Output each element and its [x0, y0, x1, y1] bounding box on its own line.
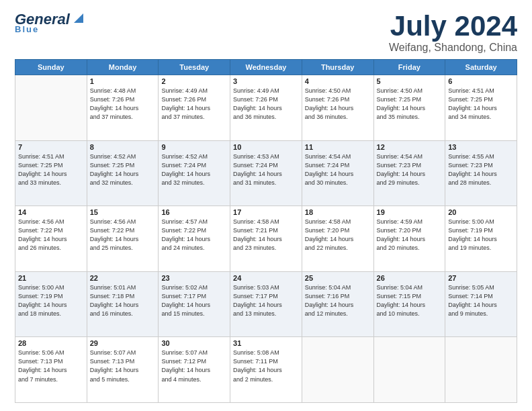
calendar-cell: 17Sunrise: 4:58 AM Sunset: 7:21 PM Dayli… — [230, 206, 302, 272]
cell-date-number: 20 — [448, 208, 514, 216]
cell-info-text: Sunrise: 5:00 AM Sunset: 7:19 PM Dayligh… — [448, 218, 514, 253]
calendar-cell: 23Sunrise: 5:02 AM Sunset: 7:17 PM Dayli… — [159, 271, 230, 337]
calendar-cell: 22Sunrise: 5:01 AM Sunset: 7:18 PM Dayli… — [87, 271, 159, 337]
calendar-cell: 11Sunrise: 4:54 AM Sunset: 7:24 PM Dayli… — [302, 140, 373, 206]
cell-date-number: 11 — [305, 143, 371, 151]
cell-info-text: Sunrise: 4:51 AM Sunset: 7:25 PM Dayligh… — [448, 87, 514, 122]
cell-info-text: Sunrise: 5:01 AM Sunset: 7:18 PM Dayligh… — [90, 283, 156, 318]
cell-info-text: Sunrise: 5:04 AM Sunset: 7:16 PM Dayligh… — [305, 283, 371, 318]
cell-date-number: 7 — [18, 143, 84, 151]
cell-info-text: Sunrise: 4:51 AM Sunset: 7:25 PM Dayligh… — [18, 152, 84, 187]
calendar-cell: 20Sunrise: 5:00 AM Sunset: 7:19 PM Dayli… — [445, 206, 517, 272]
cell-date-number: 25 — [305, 274, 371, 282]
cell-date-number: 9 — [161, 143, 227, 151]
calendar-cell: 25Sunrise: 5:04 AM Sunset: 7:16 PM Dayli… — [302, 271, 373, 337]
cell-info-text: Sunrise: 4:58 AM Sunset: 7:20 PM Dayligh… — [305, 218, 371, 253]
cell-info-text: Sunrise: 4:49 AM Sunset: 7:26 PM Dayligh… — [233, 87, 299, 122]
cell-info-text: Sunrise: 5:03 AM Sunset: 7:17 PM Dayligh… — [233, 283, 299, 318]
calendar-cell: 18Sunrise: 4:58 AM Sunset: 7:20 PM Dayli… — [302, 206, 373, 272]
cell-info-text: Sunrise: 4:54 AM Sunset: 7:23 PM Dayligh… — [377, 152, 443, 187]
cell-info-text: Sunrise: 4:52 AM Sunset: 7:25 PM Dayligh… — [90, 152, 156, 187]
cell-info-text: Sunrise: 4:50 AM Sunset: 7:26 PM Dayligh… — [305, 87, 371, 122]
cell-info-text: Sunrise: 5:00 AM Sunset: 7:19 PM Dayligh… — [18, 283, 84, 318]
cell-date-number: 10 — [233, 143, 299, 151]
calendar-cell: 24Sunrise: 5:03 AM Sunset: 7:17 PM Dayli… — [230, 271, 302, 337]
cell-date-number: 28 — [18, 339, 84, 347]
cell-info-text: Sunrise: 5:02 AM Sunset: 7:17 PM Dayligh… — [161, 283, 227, 318]
cell-info-text: Sunrise: 4:50 AM Sunset: 7:25 PM Dayligh… — [377, 87, 443, 122]
svg-marker-0 — [74, 13, 83, 23]
logo: General Blue — [15, 12, 86, 34]
calendar-cell: 16Sunrise: 4:57 AM Sunset: 7:22 PM Dayli… — [159, 206, 230, 272]
cell-info-text: Sunrise: 4:56 AM Sunset: 7:22 PM Dayligh… — [18, 218, 84, 253]
cell-date-number: 24 — [233, 274, 299, 282]
cell-info-text: Sunrise: 5:07 AM Sunset: 7:13 PM Dayligh… — [90, 349, 156, 383]
logo-blue-text: Blue — [15, 24, 39, 34]
cell-date-number: 1 — [90, 77, 156, 85]
cell-info-text: Sunrise: 5:04 AM Sunset: 7:15 PM Dayligh… — [377, 283, 443, 318]
cell-info-text: Sunrise: 4:48 AM Sunset: 7:26 PM Dayligh… — [90, 87, 156, 122]
cell-date-number: 5 — [377, 77, 443, 85]
cell-date-number: 21 — [18, 274, 84, 282]
calendar-week-3: 14Sunrise: 4:56 AM Sunset: 7:22 PM Dayli… — [15, 206, 517, 272]
cell-date-number: 19 — [377, 208, 443, 216]
cell-info-text: Sunrise: 4:54 AM Sunset: 7:24 PM Dayligh… — [305, 152, 371, 187]
col-friday: Friday — [373, 60, 445, 75]
cell-date-number: 16 — [161, 208, 227, 216]
calendar-cell: 28Sunrise: 5:06 AM Sunset: 7:13 PM Dayli… — [15, 337, 87, 403]
cell-date-number: 12 — [377, 143, 443, 151]
col-saturday: Saturday — [445, 60, 517, 75]
cell-date-number: 8 — [90, 143, 156, 151]
calendar-cell: 4Sunrise: 4:50 AM Sunset: 7:26 PM Daylig… — [302, 75, 373, 141]
col-tuesday: Tuesday — [159, 60, 230, 75]
cell-info-text: Sunrise: 5:06 AM Sunset: 7:13 PM Dayligh… — [18, 349, 84, 383]
calendar-week-5: 28Sunrise: 5:06 AM Sunset: 7:13 PM Dayli… — [15, 337, 517, 403]
cell-info-text: Sunrise: 4:56 AM Sunset: 7:22 PM Dayligh… — [90, 218, 156, 253]
calendar-cell — [302, 337, 373, 403]
calendar-cell: 12Sunrise: 4:54 AM Sunset: 7:23 PM Dayli… — [373, 140, 445, 206]
calendar-week-1: 1Sunrise: 4:48 AM Sunset: 7:26 PM Daylig… — [15, 75, 517, 141]
cell-info-text: Sunrise: 5:05 AM Sunset: 7:14 PM Dayligh… — [448, 283, 514, 318]
col-wednesday: Wednesday — [230, 60, 302, 75]
calendar-table: Sunday Monday Tuesday Wednesday Thursday… — [15, 59, 517, 403]
calendar-header-row: Sunday Monday Tuesday Wednesday Thursday… — [15, 60, 517, 75]
header: General Blue July 2024 Weifang, Shandong… — [15, 12, 517, 54]
calendar-cell — [445, 337, 517, 403]
cell-date-number: 15 — [90, 208, 156, 216]
cell-date-number: 31 — [233, 339, 299, 347]
calendar-cell: 30Sunrise: 5:07 AM Sunset: 7:12 PM Dayli… — [159, 337, 230, 403]
page: General Blue July 2024 Weifang, Shandong… — [0, 0, 532, 411]
cell-info-text: Sunrise: 5:08 AM Sunset: 7:11 PM Dayligh… — [233, 349, 299, 383]
calendar-cell: 7Sunrise: 4:51 AM Sunset: 7:25 PM Daylig… — [15, 140, 87, 206]
calendar-cell: 3Sunrise: 4:49 AM Sunset: 7:26 PM Daylig… — [230, 75, 302, 141]
cell-info-text: Sunrise: 4:52 AM Sunset: 7:24 PM Dayligh… — [161, 152, 227, 187]
calendar-cell: 5Sunrise: 4:50 AM Sunset: 7:25 PM Daylig… — [373, 75, 445, 141]
cell-info-text: Sunrise: 5:07 AM Sunset: 7:12 PM Dayligh… — [161, 349, 227, 383]
calendar-cell: 10Sunrise: 4:53 AM Sunset: 7:24 PM Dayli… — [230, 140, 302, 206]
calendar-week-2: 7Sunrise: 4:51 AM Sunset: 7:25 PM Daylig… — [15, 140, 517, 206]
calendar-cell: 2Sunrise: 4:49 AM Sunset: 7:26 PM Daylig… — [159, 75, 230, 141]
cell-info-text: Sunrise: 4:53 AM Sunset: 7:24 PM Dayligh… — [233, 152, 299, 187]
cell-info-text: Sunrise: 4:49 AM Sunset: 7:26 PM Dayligh… — [161, 87, 227, 122]
calendar-cell: 1Sunrise: 4:48 AM Sunset: 7:26 PM Daylig… — [87, 75, 159, 141]
cell-date-number: 3 — [233, 77, 299, 85]
cell-date-number: 13 — [448, 143, 514, 151]
calendar-cell: 13Sunrise: 4:55 AM Sunset: 7:23 PM Dayli… — [445, 140, 517, 206]
cell-date-number: 4 — [305, 77, 371, 85]
calendar-cell: 29Sunrise: 5:07 AM Sunset: 7:13 PM Dayli… — [87, 337, 159, 403]
calendar-cell: 8Sunrise: 4:52 AM Sunset: 7:25 PM Daylig… — [87, 140, 159, 206]
calendar-cell: 9Sunrise: 4:52 AM Sunset: 7:24 PM Daylig… — [159, 140, 230, 206]
calendar-cell: 6Sunrise: 4:51 AM Sunset: 7:25 PM Daylig… — [445, 75, 517, 141]
cell-date-number: 26 — [377, 274, 443, 282]
cell-date-number: 30 — [161, 339, 227, 347]
cell-info-text: Sunrise: 4:58 AM Sunset: 7:21 PM Dayligh… — [233, 218, 299, 253]
cell-date-number: 22 — [90, 274, 156, 282]
logo-arrow-icon — [71, 11, 86, 26]
cell-date-number: 2 — [161, 77, 227, 85]
cell-info-text: Sunrise: 4:59 AM Sunset: 7:20 PM Dayligh… — [377, 218, 443, 253]
calendar-week-4: 21Sunrise: 5:00 AM Sunset: 7:19 PM Dayli… — [15, 271, 517, 337]
calendar-location: Weifang, Shandong, China — [389, 42, 517, 54]
calendar-cell — [373, 337, 445, 403]
calendar-cell: 27Sunrise: 5:05 AM Sunset: 7:14 PM Dayli… — [445, 271, 517, 337]
col-monday: Monday — [87, 60, 159, 75]
